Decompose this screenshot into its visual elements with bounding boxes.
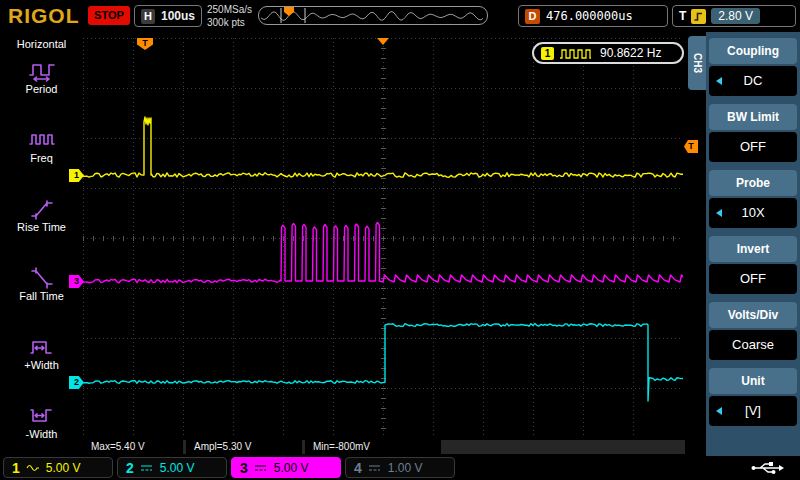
menu-header: Probe [709,170,797,196]
run-state-badge[interactable]: STOP [88,6,130,25]
measurement-min: Min=-800mV [305,440,441,454]
freq-icon [29,129,55,151]
delay-box: D 476.000000us [518,5,668,27]
coupling-icon [254,464,268,472]
acquisition-info: 250MSa/s 300k pts [207,3,252,29]
sidebar-title: Horizontal [0,38,83,50]
menu-item-volts-div[interactable]: Volts/Div Coarse [709,302,797,360]
channel-scale: 5.00 V [274,461,309,475]
rise-time-icon [29,198,55,220]
channel-scale: 1.00 V [388,461,423,475]
coupling-icon [368,464,382,472]
horizontal-timebase-box[interactable]: H 100us [134,5,202,27]
channel-status-4[interactable]: 4 1.00 V [345,457,455,478]
sidebar-item-label: Rise Time [0,221,83,233]
sidebar-item-rise-time[interactable]: Rise Time [0,196,83,258]
channel-scale: 5.00 V [160,461,195,475]
sidebar-item-label: Freq [0,152,83,164]
waveform-plot [83,38,683,438]
trace-ch3 [83,223,683,283]
counter-value: 90.8622 Hz [600,46,661,60]
menu-item-unit[interactable]: Unit [V] [709,368,797,426]
sidebar-item-label: +Width [0,359,83,371]
delay-label: D [525,9,540,24]
menu-value[interactable]: OFF [709,132,797,162]
usb-icon [750,459,786,477]
menu-item-bw-limit[interactable]: BW Limit OFF [709,104,797,162]
coupling-icon [140,464,154,472]
channel-scale: 5.00 V [46,461,81,475]
trigger-edge-icon [691,9,706,24]
timebase-value: 100us [161,9,195,23]
menu-value[interactable]: OFF [709,264,797,294]
menu-header: Coupling [709,38,797,64]
plus-width-icon [29,336,55,358]
pulse-train-icon [559,47,595,60]
coupling-icon [26,464,40,472]
channel-number: 2 [126,460,134,476]
sidebar-item-label: Fall Time [0,290,83,302]
brand-logo: RIGOL [8,4,80,28]
sample-rate: 250MSa/s [207,3,252,16]
menu-item-invert[interactable]: Invert OFF [709,236,797,294]
channel-status-1[interactable]: 1 5.00 V [3,457,113,478]
channel-menu-tab[interactable]: CH3 [688,36,706,90]
channel-number: 3 [240,460,248,476]
trigger-label: T [679,9,686,23]
delay-value: 476.000000us [546,9,633,23]
measurement-max: Max=5.40 V [83,440,183,454]
period-icon [29,60,55,82]
right-menu: Coupling DC BW Limit OFF Probe 10X Inver… [706,32,800,456]
menu-header: Unit [709,368,797,394]
channel-number: 1 [12,460,20,476]
trigger-level-marker[interactable]: T [684,140,698,153]
graticule [83,38,683,438]
counter-channel-badge: 1 [541,47,554,60]
top-bar: RIGOL STOP H 100us 250MSa/s 300k pts D 4… [0,0,800,32]
memory-depth: 300k pts [207,16,252,29]
menu-value[interactable]: [V] [709,396,797,426]
frequency-counter: 1 90.8622 Hz [532,42,684,64]
channel-number: 4 [354,460,362,476]
fall-time-icon [29,267,55,289]
menu-value[interactable]: 10X [709,198,797,228]
channel-status-3[interactable]: 3 5.00 V [231,457,341,478]
trigger-level-value: 2.80 V [711,8,760,24]
menu-item-probe[interactable]: Probe 10X [709,170,797,228]
trigger-info-box[interactable]: T 2.80 V [672,5,796,27]
measurement-bar: Max=5.40 V Ampl=5.30 V Min=-800mV [83,440,685,454]
menu-value[interactable]: Coarse [709,330,797,360]
bottom-bar: 1 5.00 V 2 5.00 V 3 5.00 V 4 1.00 V [0,456,800,480]
left-sidebar: Horizontal Period Freq Rise Time Fall Ti… [0,32,83,456]
menu-header: Volts/Div [709,302,797,328]
minus-width-icon [29,405,55,427]
sidebar-item-label: Period [0,83,83,95]
sidebar-item-label: -Width [0,428,83,440]
menu-item-coupling[interactable]: Coupling DC [709,38,797,96]
menu-header: Invert [709,236,797,262]
sidebar-item-period[interactable]: Period [0,58,83,120]
h-label: H [141,9,155,24]
channel-status-2[interactable]: 2 5.00 V [117,457,227,478]
menu-value[interactable]: DC [709,66,797,96]
sidebar-item-fall-time[interactable]: Fall Time [0,265,83,327]
measurement-ampl: Ampl=5.30 V [186,440,302,454]
menu-header: BW Limit [709,104,797,130]
